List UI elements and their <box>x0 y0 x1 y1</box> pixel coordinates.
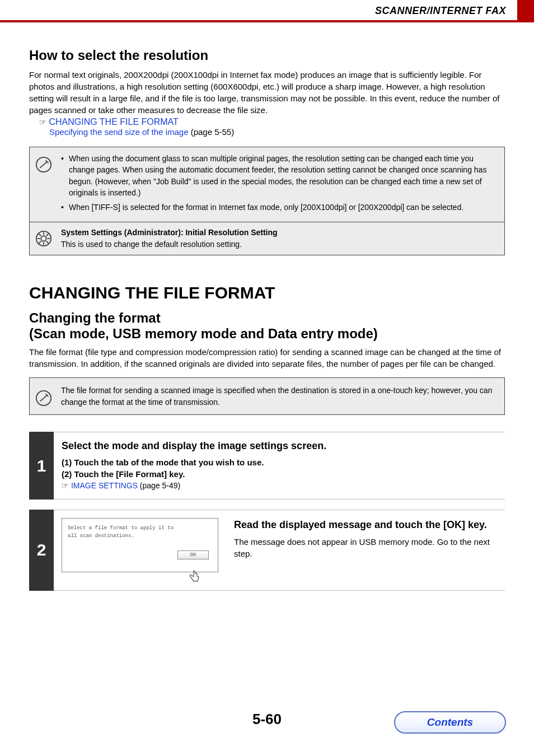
admin-title: System Settings (Administrator): Initial… <box>61 227 496 239</box>
changing-file-format-heading: CHANGING THE FILE FORMAT <box>29 283 505 302</box>
admin-text: This is used to change the default resol… <box>61 239 496 250</box>
link-changing-file-format[interactable]: CHANGING THE FILE FORMAT <box>49 117 178 127</box>
svg-line-7 <box>39 234 41 236</box>
note-bullet-2: When [TIFF-S] is selected for the format… <box>61 202 496 213</box>
format-note: The file format for sending a scanned im… <box>61 385 496 408</box>
pointer-icon: ☞ <box>62 481 69 490</box>
svg-line-8 <box>46 241 49 244</box>
step1-title: Select the mode and display the image se… <box>62 440 499 452</box>
link-send-size[interactable]: Specifying the send size of the image <box>49 127 188 137</box>
changing-format-heading-line1: Changing the format <box>29 310 161 325</box>
link-send-size-page: (page 5-55) <box>188 127 234 137</box>
step-number-2: 2 <box>29 510 54 591</box>
changing-format-heading-line2: (Scan mode, USB memory mode and Data ent… <box>29 326 378 341</box>
ok-button[interactable]: OK <box>177 550 209 559</box>
step1-sub2: (2) Touch the [File Format] key. <box>62 469 499 479</box>
link-image-settings-page: (page 5-49) <box>138 481 180 490</box>
note-bullet-1: When using the document glass to scan mu… <box>61 153 496 198</box>
hand-pointer-icon <box>186 569 202 589</box>
step1-sub1: (1) Touch the tab of the mode that you w… <box>62 458 499 467</box>
pointer-icon: ☞ <box>39 118 46 127</box>
step2-title: Read the displayed message and touch the… <box>234 518 499 531</box>
svg-point-2 <box>41 236 46 241</box>
dialog-line-2: all scan destinations. <box>68 532 212 540</box>
gear-icon <box>34 230 53 247</box>
dialog-line-1: Select a file format to apply it to <box>68 524 212 532</box>
changing-format-paragraph: The file format (file type and compressi… <box>29 346 505 370</box>
svg-line-10 <box>39 241 41 244</box>
contents-button[interactable]: Contents <box>394 711 506 734</box>
note-icon <box>34 390 53 407</box>
header-accent <box>517 0 534 22</box>
step-number-1: 1 <box>29 432 54 500</box>
link-image-settings[interactable]: IMAGE SETTINGS <box>71 481 138 490</box>
step2-paragraph: The message does not appear in USB memor… <box>234 536 499 559</box>
svg-line-9 <box>46 234 49 236</box>
dialog-screenshot: Select a file format to apply it to all … <box>62 518 218 572</box>
section-header: SCANNER/INTERNET FAX <box>375 5 506 20</box>
resolution-paragraph: For normal text originals, 200X200dpi (2… <box>29 69 505 116</box>
note-icon <box>34 156 53 173</box>
resolution-heading: How to select the resolution <box>29 48 505 63</box>
